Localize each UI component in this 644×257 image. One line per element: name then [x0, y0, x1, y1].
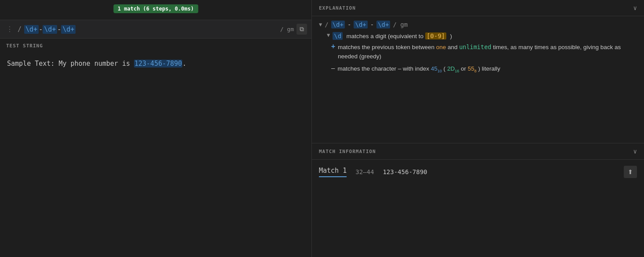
test-string-section: TEST STRING Sample Text: My phone number… — [0, 39, 311, 257]
collapse-arrow-icon[interactable]: ▼ — [319, 21, 322, 28]
regex-row: ⋮ / \d+-\d+-\d+ / gm ⧉ — [0, 20, 311, 39]
exp-text-plus: matches the previous token between one a… — [338, 43, 637, 61]
match-tab-1[interactable]: Match 1 — [319, 167, 347, 177]
regex-top-row: REGULAR EXPRESSION 1 match (6 steps, 0.0… — [0, 0, 311, 20]
exp-backslash-d-token: \d — [333, 32, 343, 40]
left-panel: REGULAR EXPRESSION 1 match (6 steps, 0.0… — [0, 0, 312, 257]
chevron-down-icon[interactable]: ∨ — [633, 4, 637, 11]
explanation-title: EXPLANATION — [319, 5, 356, 11]
regex-part-1: \d+ — [24, 25, 39, 34]
exp-keyword-one: one — [436, 44, 446, 50]
match-highlight: 123-456-7890 — [134, 60, 182, 68]
regex-display[interactable]: \d+-\d+-\d+ — [24, 25, 278, 34]
exp-part-2: \d+ — [354, 21, 367, 29]
exp-paren-open: ( — [444, 65, 446, 72]
exp-text-matches-digit: matches a digit (equivalent to — [347, 33, 425, 39]
exp-dash-1: - — [347, 21, 351, 28]
drag-handle-icon[interactable]: ⋮ — [4, 25, 15, 33]
exp-text-paren: ) — [450, 33, 452, 39]
exp-open-slash: / — [325, 21, 328, 28]
exp-num-45-10: 4510 — [431, 65, 442, 72]
exp-item-plus: + matches the previous token between one… — [331, 43, 637, 61]
regex-part-2: \d+ — [43, 25, 57, 34]
regex-dash-2: - — [57, 25, 61, 33]
match-value: 123-456-7890 — [383, 168, 427, 175]
exp-dash-token: – — [331, 64, 335, 71]
exp-num-55-8: 558 — [468, 65, 477, 72]
match-info-chevron-icon[interactable]: ∨ — [633, 148, 637, 155]
test-text-after: . — [182, 60, 186, 68]
exp-part-1: \d+ — [331, 21, 345, 29]
exp-sub-arrow-icon: ▼ — [327, 32, 330, 38]
exp-bracket-range: [0-9] — [425, 32, 446, 39]
regex-dash-1: - — [39, 25, 43, 33]
regex-open-slash: / — [18, 25, 22, 33]
exp-tree: ▼ \d matches a digit (equivalent to [0-9… — [323, 32, 637, 74]
match-info-header: MATCH INFORMATION ∨ — [312, 143, 644, 160]
exp-item-dash: – matches the character – with index 451… — [331, 64, 637, 74]
exp-plus-token: + — [331, 43, 335, 50]
test-string-label: TEST STRING — [0, 39, 311, 51]
regex-part-3: \d+ — [61, 25, 76, 34]
exp-regex-line: ▼ / \d+-\d+-\d+ / gm — [319, 21, 637, 29]
copy-button[interactable]: ⧉ — [297, 24, 307, 35]
test-text-before: Sample Text: My phone number is — [7, 60, 134, 68]
explanation-body: ▼ / \d+-\d+-\d+ / gm ▼ \d matches a digi… — [312, 16, 644, 143]
right-panel: EXPLANATION ∨ ▼ / \d+-\d+-\d+ / gm ▼ \d … — [312, 0, 644, 257]
match-info-body: Match 1 32–44 123-456-7890 ⬆ — [312, 160, 644, 184]
test-text: Sample Text: My phone number is 123-456-… — [7, 60, 186, 68]
explanation-header: EXPLANATION ∨ — [312, 0, 644, 16]
exp-num-2d-16: 2D16 — [447, 65, 459, 72]
exp-flags: / gm — [393, 21, 408, 28]
exp-item-backslash-d: ▼ \d matches a digit (equivalent to [0-9… — [323, 32, 637, 41]
exp-or: or — [461, 65, 468, 72]
match-badge: 1 match (6 steps, 0.0ms) — [113, 4, 198, 13]
match-range: 32–44 — [355, 168, 374, 175]
exp-text-backslash-d: \d matches a digit (equivalent to [0-9] … — [333, 32, 452, 41]
exp-paren-close: ) literally — [478, 65, 500, 72]
exp-part-3: \d+ — [376, 21, 390, 29]
exp-keyword-unlimited: unlimited — [459, 43, 491, 50]
exp-dash-2: - — [370, 21, 374, 28]
regex-flags: / gm — [280, 26, 294, 32]
test-string-body[interactable]: Sample Text: My phone number is 123-456-… — [0, 51, 311, 257]
exp-text-dash: matches the character – with index 4510 … — [337, 64, 500, 74]
share-button[interactable]: ⬆ — [624, 166, 637, 178]
match-info-title: MATCH INFORMATION — [319, 149, 376, 154]
